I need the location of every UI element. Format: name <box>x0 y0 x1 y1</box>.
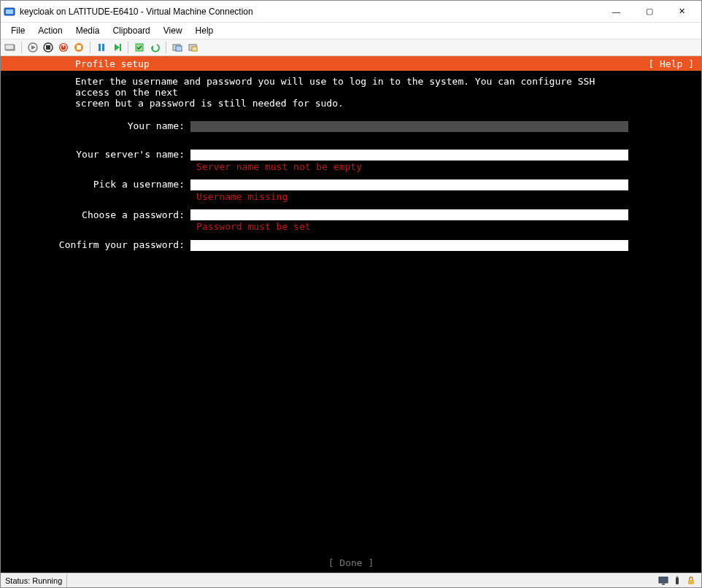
lock-icon[interactable] <box>685 575 697 587</box>
vm-display-area: Profile setup [ Help ] Enter the usernam… <box>1 56 701 573</box>
field-row-username: Pick a username: <box>8 179 694 190</box>
svg-rect-1 <box>6 9 13 14</box>
toolbar <box>1 39 701 56</box>
svg-rect-25 <box>676 577 679 584</box>
installer-title: Profile setup <box>8 58 150 69</box>
menubar: File Action Media Clipboard View Help <box>1 23 701 39</box>
window-titlebar: keycloak on LATITUDE-E6410 - Virtual Mac… <box>1 1 701 23</box>
svg-rect-27 <box>688 580 694 584</box>
svg-rect-24 <box>662 584 665 585</box>
svg-rect-22 <box>192 47 197 51</box>
turnoff-icon[interactable] <box>42 41 55 54</box>
svg-rect-26 <box>676 576 678 578</box>
help-button[interactable]: [ Help ] <box>648 58 694 69</box>
svg-rect-7 <box>46 45 50 50</box>
shutdown-icon[interactable] <box>57 41 70 54</box>
menu-file[interactable]: File <box>5 24 31 37</box>
maximize-button[interactable]: ▢ <box>633 1 666 22</box>
toolbar-separator <box>128 42 128 53</box>
close-button[interactable]: ✕ <box>666 1 698 22</box>
window-controls: — ▢ ✕ <box>600 1 698 22</box>
svg-marker-15 <box>115 44 120 51</box>
minimize-button[interactable]: — <box>600 1 633 22</box>
field-row-password: Choose a password: <box>8 209 694 220</box>
error-server-name: Server name must not be empty <box>8 162 694 172</box>
error-password: Password must be set <box>8 222 694 232</box>
done-button[interactable]: [ Done ] <box>1 557 701 568</box>
label-username: Pick a username: <box>8 179 190 190</box>
input-confirm-password[interactable] <box>190 240 628 251</box>
toolbar-separator <box>90 42 90 53</box>
pause-icon[interactable] <box>95 41 108 54</box>
svg-rect-3 <box>5 45 14 50</box>
status-text: Status: Running <box>5 574 67 587</box>
label-your-name: Your name: <box>8 121 190 131</box>
toolbar-separator <box>166 42 166 53</box>
start-icon[interactable] <box>26 41 39 54</box>
toolbar-separator <box>21 42 22 53</box>
guest-console[interactable]: Profile setup [ Help ] Enter the usernam… <box>1 56 701 573</box>
label-server-name: Your server's name: <box>8 150 190 160</box>
display-icon[interactable] <box>657 575 669 587</box>
svg-rect-14 <box>102 44 104 51</box>
usb-icon[interactable] <box>671 575 683 587</box>
share-icon[interactable] <box>186 41 199 54</box>
label-password: Choose a password: <box>8 210 190 220</box>
menu-action[interactable]: Action <box>32 24 68 37</box>
svg-rect-23 <box>659 577 668 583</box>
field-row-confirm-password: Confirm your password: <box>8 240 694 251</box>
menu-media[interactable]: Media <box>70 24 106 37</box>
revert-icon[interactable] <box>148 41 161 54</box>
svg-marker-5 <box>31 45 36 50</box>
installer-instructions: Enter the username and password you will… <box>8 77 628 109</box>
input-your-name[interactable] <box>190 121 628 132</box>
window-title: keycloak on LATITUDE-E6410 - Virtual Mac… <box>20 7 600 17</box>
field-row-your-name: Your name: <box>8 121 694 132</box>
reset-icon[interactable] <box>110 41 123 54</box>
error-username: Username missing <box>8 192 694 202</box>
input-username[interactable] <box>190 179 628 190</box>
menu-view[interactable]: View <box>158 24 188 37</box>
svg-rect-16 <box>120 44 121 51</box>
menu-help[interactable]: Help <box>190 24 220 37</box>
input-password[interactable] <box>190 209 628 220</box>
svg-rect-13 <box>99 44 101 51</box>
svg-rect-12 <box>77 45 81 50</box>
ctrl-alt-del-icon[interactable] <box>4 41 17 54</box>
checkpoint-icon[interactable] <box>133 41 146 54</box>
input-server-name[interactable] <box>190 150 628 160</box>
field-row-server-name: Your server's name: <box>8 150 694 160</box>
menu-clipboard[interactable]: Clipboard <box>107 24 155 37</box>
installer-body: Enter the username and password you will… <box>1 71 701 573</box>
installer-header: Profile setup [ Help ] <box>1 56 701 71</box>
enhanced-session-icon[interactable] <box>171 41 184 54</box>
statusbar: Status: Running <box>1 573 701 587</box>
save-icon[interactable] <box>72 41 85 54</box>
svg-rect-20 <box>176 46 182 51</box>
label-confirm-password: Confirm your password: <box>8 240 190 250</box>
hyperv-app-icon <box>4 6 15 18</box>
